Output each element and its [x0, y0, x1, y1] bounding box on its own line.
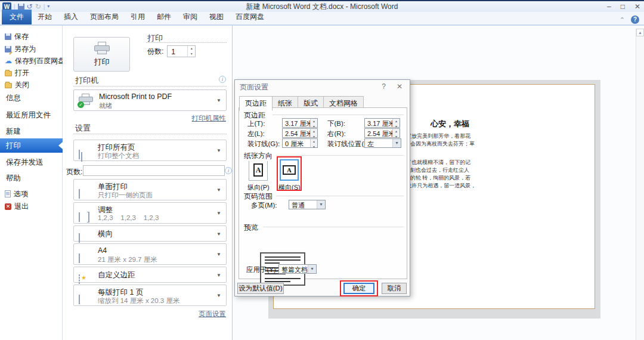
- apply-to-combo[interactable]: 整篇文档 ▼: [278, 264, 317, 274]
- spinner-up-icon[interactable]: ▲: [393, 119, 400, 124]
- gutter-position-value: 左: [367, 140, 374, 147]
- tab-references[interactable]: 引用: [125, 10, 151, 24]
- scroll-up-icon[interactable]: ▲: [636, 29, 644, 36]
- printer-icon: [93, 42, 111, 55]
- cancel-button[interactable]: 取消: [382, 283, 407, 294]
- dialog-help-icon[interactable]: ?: [382, 82, 386, 91]
- page-setup-link[interactable]: 页面设置: [199, 310, 226, 319]
- duplex-dropdown[interactable]: 单面打印 只打印一侧的页面 ▼: [73, 179, 227, 200]
- gutter-value: 0 厘米: [285, 140, 304, 147]
- tab-home[interactable]: 开始: [32, 10, 58, 24]
- sidebar-item-save[interactable]: 保存: [5, 31, 29, 42]
- spinner-up-icon[interactable]: ▲: [393, 129, 400, 134]
- tab-insert[interactable]: 插入: [58, 10, 84, 24]
- margin-bottom-spinbox[interactable]: 3.17 厘米 ▲▼: [364, 118, 400, 128]
- chevron-down-icon: ▼: [308, 265, 316, 273]
- sidebar-item-label: 选项: [14, 189, 28, 199]
- dropdown-subtitle: 只打印一侧的页面: [98, 191, 153, 200]
- ok-button[interactable]: 确定: [343, 283, 374, 294]
- chevron-down-icon: ▼: [216, 187, 221, 193]
- print-range-dropdown[interactable]: 打印所有页 打印整个文档 ▼: [73, 140, 227, 161]
- maximize-button[interactable]: □: [621, 2, 625, 11]
- exit-icon: ✕: [5, 203, 11, 210]
- dropdown-subtitle: 缩放到 14 厘米 x 20.3 厘米: [98, 296, 179, 305]
- paper-size-icon: [79, 254, 80, 263]
- copies-stepper[interactable]: 1 ▲ ▼: [167, 45, 196, 57]
- sidebar-item-options[interactable]: 选项: [5, 188, 28, 199]
- multiple-pages-value: 普通: [292, 202, 305, 209]
- dialog-tab-margins[interactable]: 页边距: [239, 96, 273, 111]
- portrait-button[interactable]: A: [249, 159, 268, 181]
- ribbon-tab-bar: 文件 开始 插入 页面布局 引用 邮件 审阅 视图 百度网盘 ⌃ ?: [0, 12, 644, 26]
- gutter-position-combo[interactable]: 左 ▼: [364, 138, 401, 148]
- sidebar-item-info[interactable]: 信息: [6, 93, 21, 103]
- pages-info-icon[interactable]: i: [225, 167, 232, 174]
- printer-info-icon[interactable]: i: [219, 76, 226, 83]
- print-panel: 打印 打印 份数: 1 ▲ ▼ 打印机 i ✓ Microsoft Print …: [63, 26, 233, 340]
- sidebar-item-label: 保存到百度网盘: [15, 56, 65, 66]
- orientation-dropdown[interactable]: 横向 ▼: [73, 225, 227, 242]
- dialog-title: 页面设置: [240, 82, 268, 92]
- dialog-close-icon[interactable]: ✕: [397, 82, 402, 91]
- collation-dropdown[interactable]: 调整 1,2,3 1,2,3 1,2,3 ▼: [73, 202, 227, 224]
- tab-file[interactable]: 文件: [2, 10, 32, 24]
- multiple-pages-combo[interactable]: 普通 ▼: [289, 200, 326, 209]
- tab-mailings[interactable]: 邮件: [151, 10, 177, 24]
- margins-dropdown[interactable]: ★ 自定义边距 ▼: [73, 267, 227, 283]
- save-icon: [5, 33, 11, 40]
- sidebar-item-print-selected[interactable]: 打印: [0, 138, 63, 153]
- dropdown-title: A4: [98, 246, 107, 255]
- set-default-button[interactable]: 设为默认值(D): [237, 283, 284, 294]
- preview-scrollbar[interactable]: ▲: [636, 29, 644, 340]
- sidebar-item-recent[interactable]: 最近所用文件: [6, 110, 51, 120]
- spinner-up-icon[interactable]: ▲: [311, 129, 317, 134]
- margin-left-spinbox[interactable]: 2.54 厘米 ▲▼: [282, 128, 318, 138]
- margin-right-spinbox[interactable]: 2.54 厘米 ▲▼: [364, 128, 400, 138]
- spinner-down-icon[interactable]: ▼: [311, 144, 317, 150]
- tab-view[interactable]: 视图: [203, 10, 230, 24]
- minimize-button[interactable]: –: [607, 2, 611, 11]
- sidebar-item-close[interactable]: 关闭: [5, 79, 29, 90]
- close-button[interactable]: ✕: [634, 2, 640, 11]
- spinner-up-icon[interactable]: ▲: [311, 139, 317, 144]
- tab-page-layout[interactable]: 页面布局: [84, 10, 125, 24]
- gutter-spinbox[interactable]: 0 厘米 ▲▼: [282, 138, 318, 148]
- sidebar-item-save-to-baidu-pan[interactable]: ☁ 保存到百度网盘: [5, 55, 65, 66]
- margin-bottom-label: 下(B):: [327, 119, 345, 128]
- sidebar-item-exit[interactable]: ✕ 退出: [5, 201, 29, 212]
- print-button[interactable]: 打印: [73, 37, 130, 72]
- sidebar-item-save-as[interactable]: 另存为: [5, 44, 36, 54]
- page-setup-dialog: 页面设置 ? ✕ 页边距 纸张 版式 文档网格 页边距 上(T): 3.17 厘…: [234, 79, 410, 296]
- one-sided-icon: [79, 189, 80, 199]
- margins-group-label: 页边距: [244, 110, 269, 120]
- orientation-icon: [79, 233, 80, 243]
- tab-baidu-pan[interactable]: 百度网盘: [230, 10, 270, 24]
- collapse-ribbon-icon[interactable]: ⌃: [620, 16, 625, 24]
- landscape-page-icon: A: [283, 165, 296, 175]
- divider: [263, 227, 404, 227]
- sidebar-item-save-and-send[interactable]: 保存并发送: [6, 157, 44, 168]
- stepper-down-icon[interactable]: ▼: [188, 51, 195, 57]
- sidebar-item-open[interactable]: 打开: [5, 67, 29, 78]
- apply-to-value: 整篇文档: [281, 266, 308, 273]
- printer-status: 就绪: [99, 101, 112, 110]
- sidebar-item-label: 保存: [14, 32, 29, 42]
- stepper-up-icon[interactable]: ▲: [188, 46, 195, 51]
- divider: [73, 134, 227, 134]
- printer-section-header: 打印机: [75, 75, 98, 86]
- check-icon: ✓: [78, 101, 84, 108]
- help-icon[interactable]: ?: [631, 16, 639, 24]
- tab-review[interactable]: 审阅: [177, 10, 203, 24]
- save-as-icon: [5, 46, 11, 52]
- sidebar-item-new[interactable]: 新建: [6, 126, 21, 137]
- margin-top-spinbox[interactable]: 3.17 厘米 ▲▼: [282, 118, 318, 128]
- multiple-pages-label: 多页(M):: [251, 201, 277, 210]
- spinner-up-icon[interactable]: ▲: [311, 119, 317, 124]
- pages-per-sheet-dropdown[interactable]: 每版打印 1 页 缩放到 14 厘米 x 20.3 厘米 ▼: [73, 285, 227, 306]
- pages-input[interactable]: [83, 165, 225, 176]
- printer-dropdown[interactable]: ✓ Microsoft Print to PDF 就绪 ▼: [73, 89, 227, 111]
- printer-properties-link[interactable]: 打印机属性: [192, 114, 227, 123]
- landscape-button-selected[interactable]: A: [280, 159, 299, 181]
- sidebar-item-help[interactable]: 帮助: [6, 174, 21, 184]
- paper-size-dropdown[interactable]: A4 21 厘米 x 29.7 厘米 ▼: [73, 243, 227, 265]
